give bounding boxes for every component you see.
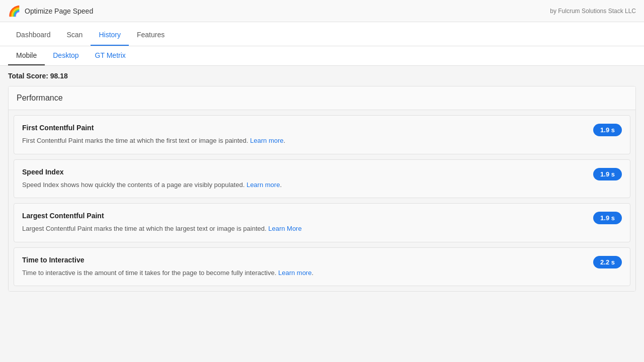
nav-item-features[interactable]: Features: [129, 25, 173, 46]
metric-lcp: Largest Contentful Paint Largest Content…: [14, 203, 630, 242]
performance-header: Performance: [9, 86, 635, 110]
main-nav: Dashboard Scan History Features: [0, 22, 644, 46]
tab-mobile[interactable]: Mobile: [8, 46, 45, 65]
metrics-container: First Contentful Paint First Contentful …: [9, 110, 635, 291]
metric-link-tti[interactable]: Learn more: [278, 269, 311, 277]
metric-badge-fcp: 1.9 s: [593, 124, 622, 136]
metric-title-lcp: Largest Contentful Paint: [22, 212, 585, 220]
metric-link-si[interactable]: Learn more: [247, 181, 280, 189]
metric-desc-si: Speed Index shows how quickly the conten…: [22, 180, 585, 190]
metric-title-fcp: First Contentful Paint: [22, 124, 585, 132]
metric-desc-lcp: Largest Contentful Paint marks the time …: [22, 224, 585, 234]
total-score-value: 98.18: [50, 72, 68, 80]
metric-first-contentful-paint: First Contentful Paint First Contentful …: [14, 115, 630, 154]
metric-badge-si: 1.9 s: [593, 168, 622, 180]
app-attribution: by Fulcrum Solutions Stack LLC: [550, 8, 636, 15]
metric-desc-tti: Time to interactive is the amount of tim…: [22, 268, 585, 278]
top-bar: 🌈 Optimize Page Speed by Fulcrum Solutio…: [0, 0, 644, 22]
metric-speed-index: Speed Index Speed Index shows how quickl…: [14, 159, 630, 199]
total-score: Total Score: 98.18: [8, 72, 636, 80]
gap-1: [14, 154, 630, 159]
metric-badge-tti: 2.2 s: [593, 256, 622, 268]
metric-link-fcp[interactable]: Learn more: [250, 137, 283, 144]
metric-title-si: Speed Index: [22, 168, 585, 176]
performance-section: Performance First Contentful Paint First…: [8, 86, 636, 292]
metric-desc-fcp: First Contentful Paint marks the time at…: [22, 136, 585, 146]
total-score-label: Total Score:: [8, 72, 48, 80]
main-content: Total Score: 98.18 Performance First Con…: [0, 66, 644, 361]
sub-tabs-bar: Mobile Desktop GT Metrix: [0, 46, 644, 66]
app-title: Optimize Page Speed: [25, 7, 93, 15]
gap-2: [14, 198, 630, 203]
metric-badge-lcp: 1.9 s: [593, 212, 622, 224]
app-logo-icon: 🌈: [8, 5, 21, 17]
tab-desktop[interactable]: Desktop: [45, 46, 87, 65]
nav-item-history[interactable]: History: [91, 25, 129, 46]
metric-title-tti: Time to Interactive: [22, 256, 585, 264]
app-title-container: 🌈 Optimize Page Speed: [8, 5, 93, 17]
tab-gtmetrix[interactable]: GT Metrix: [87, 46, 134, 65]
nav-item-scan[interactable]: Scan: [59, 25, 91, 46]
metric-link-lcp[interactable]: Learn More: [268, 225, 301, 232]
nav-item-dashboard[interactable]: Dashboard: [8, 25, 59, 46]
gap-3: [14, 242, 630, 247]
metric-tti: Time to Interactive Time to interactive …: [14, 247, 630, 287]
